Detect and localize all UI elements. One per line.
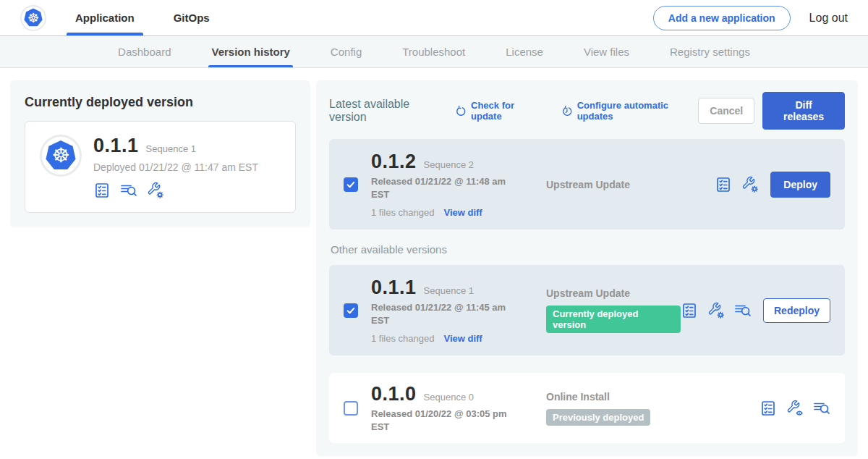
version-checkbox[interactable] <box>344 177 358 192</box>
cancel-button[interactable]: Cancel <box>698 98 754 124</box>
logout-link[interactable]: Log out <box>809 12 848 25</box>
sequence-label: Sequence 2 <box>424 159 474 170</box>
version-number: 0.1.2 <box>371 151 417 173</box>
clock-refresh-icon <box>561 105 573 117</box>
kubernetes-logo: ☸ <box>20 5 46 31</box>
source-label: Upstream Update <box>546 287 681 299</box>
checkmark-icon <box>346 306 356 316</box>
view-config-icon[interactable] <box>786 400 804 417</box>
add-application-button[interactable]: Add a new application <box>653 6 791 30</box>
version-checkbox[interactable] <box>344 401 358 416</box>
main-content: Currently deployed version ☸ 0.1.1 Seque… <box>0 68 868 456</box>
tab-application[interactable]: Application <box>71 0 139 35</box>
version-info: 0.1.1 Sequence 1 Released 01/21/22 @ 11:… <box>371 277 517 344</box>
tab-dashboard[interactable]: Dashboard <box>118 36 171 67</box>
kubernetes-heptagon: ☸ <box>45 140 77 172</box>
files-changed-label: 1 files changed <box>371 333 434 344</box>
top-nav: ☸ Application GitOps Add a new applicati… <box>0 0 868 36</box>
version-number: 0.1.0 <box>371 383 417 405</box>
tab-troubleshoot[interactable]: Troubleshoot <box>402 36 465 67</box>
latest-version-header: Latest available version Check for updat… <box>329 92 845 130</box>
app-sub-nav: Dashboard Version history Config Trouble… <box>0 36 868 68</box>
currently-deployed-badge: Currently deployed version <box>546 306 681 333</box>
deployed-version-number: 0.1.1 <box>93 135 139 157</box>
version-source: Online Install Previously deployed <box>517 391 760 426</box>
preflight-checks-icon[interactable] <box>681 302 698 319</box>
preflight-checks-icon[interactable] <box>760 400 777 417</box>
edit-config-icon[interactable] <box>147 182 164 199</box>
version-source: Upstream Update <box>517 179 715 190</box>
tab-config[interactable]: Config <box>331 36 362 67</box>
view-files-icon[interactable] <box>120 182 137 199</box>
helm-wheel-icon: ☸ <box>51 146 69 166</box>
view-files-icon[interactable] <box>734 302 752 319</box>
deployed-version-info: 0.1.1 Sequence 1 Deployed 01/21/22 @ 11:… <box>93 135 258 199</box>
helm-wheel-icon: ☸ <box>27 12 39 25</box>
version-number: 0.1.1 <box>371 277 417 299</box>
deployed-timestamp: Deployed 01/21/22 @ 11:47 am EST <box>93 161 258 173</box>
row-spacer <box>329 355 845 373</box>
configure-auto-updates-link[interactable]: Configure automatic updates <box>561 100 698 122</box>
deployed-sequence-label: Sequence 1 <box>146 143 196 154</box>
tab-gitops[interactable]: GitOps <box>169 0 214 35</box>
version-actions <box>760 400 830 417</box>
sequence-label: Sequence 1 <box>424 285 474 296</box>
version-actions: Redeploy <box>681 298 830 323</box>
check-for-update-link[interactable]: Check for update <box>455 100 542 122</box>
released-timestamp: Released 01/21/22 @ 11:45 am EST <box>371 301 513 327</box>
previously-deployed-badge: Previously deployed <box>546 409 650 426</box>
edit-config-icon[interactable] <box>707 302 725 319</box>
version-actions: Deploy <box>715 172 830 198</box>
view-diff-link[interactable]: View diff <box>443 207 482 218</box>
source-label: Online Install <box>546 391 760 403</box>
kubernetes-heptagon: ☸ <box>24 8 43 28</box>
latest-version-title: Latest available version <box>329 98 442 124</box>
preflight-checks-icon[interactable] <box>715 176 732 193</box>
app-logo: ☸ <box>40 135 82 177</box>
refresh-icon <box>455 105 467 117</box>
tab-gitops-label: GitOps <box>174 12 210 24</box>
deployed-version-box: ☸ 0.1.1 Sequence 1 Deployed 01/21/22 @ 1… <box>25 121 296 213</box>
version-row-0-1-0: 0.1.0 Sequence 0 Released 01/20/22 @ 03:… <box>329 373 845 443</box>
tab-license[interactable]: License <box>506 36 543 67</box>
view-files-icon[interactable] <box>813 400 830 417</box>
configure-auto-updates-label: Configure automatic updates <box>577 100 699 122</box>
tab-view-files[interactable]: View files <box>584 36 629 67</box>
tab-version-history[interactable]: Version history <box>211 36 289 67</box>
released-timestamp: Released 01/20/22 @ 03:05 pm EST <box>371 408 513 433</box>
source-label: Upstream Update <box>546 179 715 190</box>
tab-registry-settings[interactable]: Registry settings <box>670 36 750 67</box>
version-history-panel: Latest available version Check for updat… <box>316 80 858 456</box>
released-timestamp: Released 01/21/22 @ 11:48 am EST <box>371 175 513 201</box>
version-source: Upstream Update Currently deployed versi… <box>517 287 681 333</box>
files-changed-label: 1 files changed <box>371 207 434 218</box>
preflight-checks-icon[interactable] <box>93 182 111 199</box>
diff-releases-button[interactable]: Diff releases <box>762 92 845 130</box>
sequence-label: Sequence 0 <box>424 392 474 403</box>
other-versions-title: Other available versions <box>331 243 845 256</box>
currently-deployed-card: Currently deployed version ☸ 0.1.1 Seque… <box>10 80 310 227</box>
view-diff-link[interactable]: View diff <box>443 333 482 344</box>
version-info: 0.1.2 Sequence 2 Released 01/21/22 @ 11:… <box>371 151 517 218</box>
version-checkbox[interactable] <box>344 303 358 318</box>
checkmark-icon <box>346 180 356 190</box>
version-info: 0.1.0 Sequence 0 Released 01/20/22 @ 03:… <box>371 383 517 433</box>
version-row-0-1-2: 0.1.2 Sequence 2 Released 01/21/22 @ 11:… <box>329 139 845 230</box>
version-row-0-1-1: 0.1.1 Sequence 1 Released 01/21/22 @ 11:… <box>329 265 845 355</box>
currently-deployed-title: Currently deployed version <box>25 95 296 110</box>
tab-application-label: Application <box>75 12 135 24</box>
edit-config-icon[interactable] <box>741 176 759 193</box>
deploy-button[interactable]: Deploy <box>770 172 830 198</box>
redeploy-button[interactable]: Redeploy <box>763 298 830 323</box>
check-for-update-label: Check for update <box>471 100 542 122</box>
